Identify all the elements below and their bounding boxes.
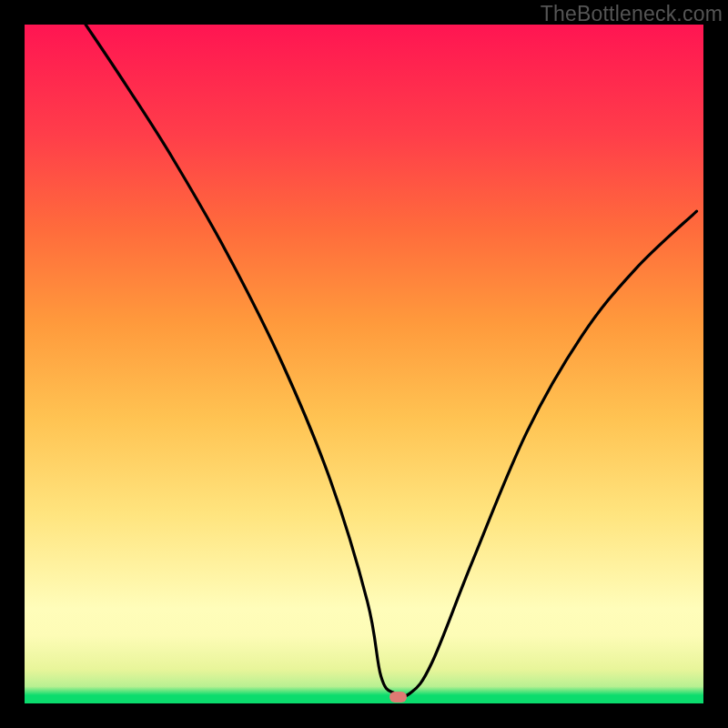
bottleneck-curve	[25, 25, 703, 703]
watermark-text: TheBottleneck.com	[541, 2, 723, 26]
optimal-marker	[389, 692, 407, 703]
plot-area	[25, 25, 703, 703]
chart-frame: TheBottleneck.com	[0, 0, 728, 728]
